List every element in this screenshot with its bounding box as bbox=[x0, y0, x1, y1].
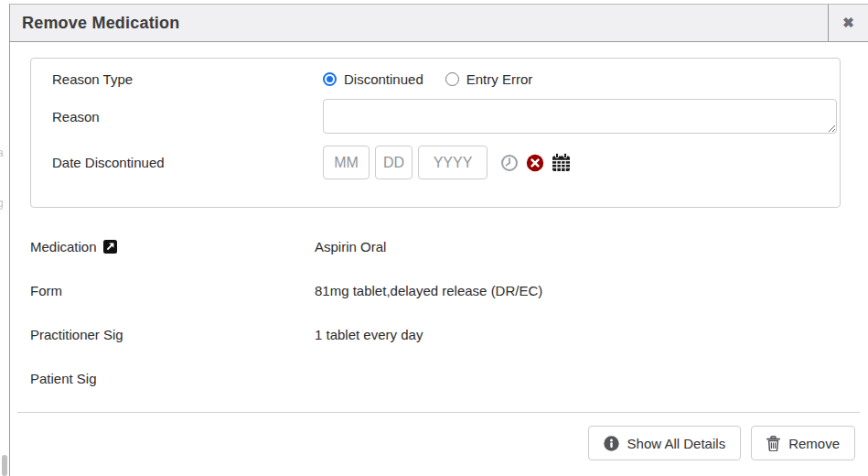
external-link-icon[interactable] bbox=[103, 240, 117, 256]
reason-type-row: Reason Type Discontinued Entry Error bbox=[52, 71, 840, 87]
show-all-details-label: Show All Details bbox=[627, 436, 726, 451]
practitioner-sig-value: 1 tablet every day bbox=[315, 319, 423, 363]
detail-row-patient-sig: Patient Sig bbox=[30, 363, 868, 407]
radio-entry-error[interactable]: Entry Error bbox=[445, 71, 533, 87]
show-all-details-button[interactable]: Show All Details bbox=[588, 426, 742, 460]
year-input[interactable] bbox=[418, 146, 488, 179]
patient-sig-label: Patient Sig bbox=[30, 363, 315, 407]
detail-row-form: Form 81mg tablet,delayed release (DR/EC) bbox=[30, 276, 868, 319]
background-text-fragment: a bbox=[0, 146, 4, 159]
date-discontinued-label: Date Discontinued bbox=[52, 155, 323, 170]
trash-icon bbox=[766, 436, 780, 451]
form-value: 81mg tablet,delayed release (DR/EC) bbox=[315, 276, 542, 319]
practitioner-sig-label-text: Practitioner Sig bbox=[30, 327, 123, 342]
medication-value: Aspirin Oral bbox=[315, 232, 386, 276]
remove-label: Remove bbox=[788, 436, 840, 451]
reason-label: Reason bbox=[52, 109, 323, 124]
medication-label: Medication bbox=[30, 239, 97, 254]
remove-button[interactable]: Remove bbox=[751, 426, 855, 460]
remove-medication-dialog: Remove Medication ✖ Reason Type Disconti… bbox=[9, 4, 868, 476]
clear-date-icon[interactable] bbox=[526, 154, 544, 172]
reason-type-radio-group: Discontinued Entry Error bbox=[323, 71, 532, 87]
reason-input[interactable] bbox=[323, 99, 837, 134]
info-icon bbox=[604, 436, 619, 451]
background-strip: a g bbox=[0, 0, 9, 476]
close-icon: ✖ bbox=[842, 15, 854, 31]
dialog-header: Remove Medication ✖ bbox=[10, 5, 868, 42]
detail-row-practitioner-sig: Practitioner Sig 1 tablet every day bbox=[30, 319, 868, 363]
close-button[interactable]: ✖ bbox=[828, 5, 868, 41]
background-scrollbar[interactable] bbox=[2, 455, 7, 476]
reason-row: Reason bbox=[52, 99, 840, 134]
date-input-group bbox=[323, 146, 571, 179]
calendar-icon[interactable] bbox=[552, 153, 571, 172]
page: a g Remove Medication ✖ Reason Type D bbox=[0, 0, 868, 476]
radio-unselected-icon bbox=[445, 72, 459, 86]
background-text-fragment: g bbox=[0, 197, 4, 210]
radio-discontinued[interactable]: Discontinued bbox=[323, 71, 423, 87]
radio-selected-icon bbox=[323, 72, 337, 86]
radio-entry-error-label: Entry Error bbox=[466, 71, 533, 87]
month-input[interactable] bbox=[323, 146, 370, 179]
reason-form-panel: Reason Type Discontinued Entry Error bbox=[30, 58, 841, 208]
dialog-title: Remove Medication bbox=[10, 5, 828, 41]
patient-sig-label-text: Patient Sig bbox=[30, 371, 97, 386]
dialog-body: Reason Type Discontinued Entry Error bbox=[10, 42, 868, 407]
day-input[interactable] bbox=[375, 146, 413, 179]
medication-label-wrap: Medication bbox=[30, 232, 315, 276]
date-discontinued-row: Date Discontinued bbox=[52, 146, 840, 179]
reason-type-label: Reason Type bbox=[52, 71, 323, 87]
detail-row-medication: Medication Aspirin Oral bbox=[30, 232, 868, 276]
form-label: Form bbox=[30, 276, 315, 319]
dialog-footer: Show All Details Remove bbox=[10, 413, 868, 460]
practitioner-sig-label: Practitioner Sig bbox=[30, 319, 315, 363]
clock-icon[interactable] bbox=[500, 154, 519, 172]
form-label-text: Form bbox=[30, 283, 62, 298]
medication-details: Medication Aspirin Oral Form bbox=[30, 232, 868, 407]
radio-discontinued-label: Discontinued bbox=[344, 71, 423, 87]
